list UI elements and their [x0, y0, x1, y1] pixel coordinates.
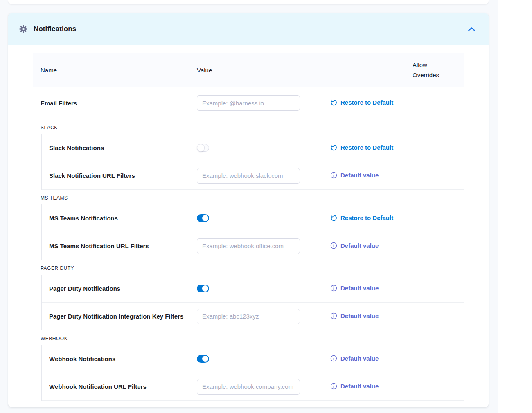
setting-row: Email Filters Restore to Default	[33, 87, 464, 119]
group-label: PAGER DUTY	[33, 260, 464, 275]
setting-value-cell	[197, 379, 330, 395]
page: Notifications Name Value Allow Overrides…	[0, 0, 532, 413]
group-rows: MS Teams Notifications Restore to Defaul…	[41, 204, 464, 260]
setting-name: Pager Duty Notifications	[42, 285, 197, 292]
setting-name: Email Filters	[33, 100, 197, 107]
action-label: Default value	[340, 355, 379, 362]
group-rows: Slack Notifications Restore to Default	[41, 134, 464, 190]
setting-action-cell: Default value	[330, 383, 413, 391]
restore-to-default-link[interactable]: Restore to Default	[330, 214, 393, 221]
settings-group: Email Filters Restore to Default	[33, 87, 464, 119]
setting-row: Webhook Notifications Default value	[42, 345, 464, 373]
setting-name: Pager Duty Notification Integration Key …	[42, 313, 197, 320]
chevron-up-icon	[468, 27, 476, 31]
value-input[interactable]	[197, 95, 300, 111]
setting-toggle[interactable]	[197, 214, 209, 222]
column-header-allow-overrides: Allow Overrides	[413, 60, 449, 80]
previous-section-card-edge	[8, 0, 489, 4]
setting-row: MS Teams Notification URL Filters Defaul…	[42, 232, 464, 260]
action-label: Default value	[340, 312, 379, 319]
group-label: SLACK	[33, 119, 464, 134]
setting-row: Slack Notification URL Filters Default v…	[42, 162, 464, 190]
column-header-name: Name	[33, 67, 197, 74]
info-icon	[330, 383, 337, 390]
settings-group: WEBHOOK Webhook Notifications Default va…	[33, 330, 464, 401]
action-label: Default value	[340, 383, 379, 390]
group-rows: Email Filters Restore to Default	[33, 87, 464, 119]
settings-group: SLACK Slack Notifications Restore to Def…	[33, 119, 464, 190]
group-label: WEBHOOK	[33, 330, 464, 345]
setting-toggle[interactable]	[197, 285, 209, 292]
setting-action-cell: Restore to Default	[330, 214, 413, 222]
setting-row: MS Teams Notifications Restore to Defaul…	[42, 204, 464, 232]
setting-row: Pager Duty Notifications Default value	[42, 275, 464, 303]
setting-name: MS Teams Notification URL Filters	[42, 242, 197, 249]
setting-action-cell: Default value	[330, 172, 413, 180]
group-rows: Webhook Notifications Default value	[41, 345, 464, 401]
setting-value-cell	[197, 285, 330, 292]
value-input[interactable]	[197, 309, 300, 324]
restore-icon	[330, 99, 337, 106]
action-label: Default value	[340, 285, 379, 292]
info-icon	[330, 312, 337, 319]
setting-row: Pager Duty Notification Integration Key …	[42, 303, 464, 330]
value-input[interactable]	[197, 168, 300, 184]
setting-toggle[interactable]	[197, 355, 209, 363]
setting-name: MS Teams Notifications	[42, 215, 197, 222]
setting-name: Webhook Notifications	[42, 355, 197, 362]
default-value-link[interactable]: Default value	[330, 312, 379, 319]
setting-action-cell: Restore to Default	[330, 99, 413, 107]
info-icon	[330, 242, 337, 249]
group-rows: Pager Duty Notifications Default value	[41, 275, 464, 330]
toggle-knob	[202, 356, 208, 362]
setting-action-cell: Default value	[330, 355, 413, 363]
toggle-knob	[197, 144, 205, 152]
setting-action-cell: Default value	[330, 242, 413, 250]
action-label: Restore to Default	[340, 99, 393, 106]
setting-value-cell	[197, 168, 330, 184]
setting-action-cell: Restore to Default	[330, 144, 413, 152]
setting-row: Slack Notifications Restore to Default	[42, 134, 464, 162]
gear-icon	[19, 25, 28, 34]
column-header-value: Value	[197, 67, 330, 74]
info-icon	[330, 172, 337, 179]
setting-action-cell: Default value	[330, 285, 413, 293]
action-label: Default value	[340, 242, 379, 249]
setting-name: Slack Notification URL Filters	[42, 172, 197, 179]
restore-to-default-link[interactable]: Restore to Default	[330, 99, 393, 106]
setting-value-cell	[197, 144, 330, 152]
setting-value-cell	[197, 355, 330, 363]
settings-group: PAGER DUTY Pager Duty Notifications Defa…	[33, 260, 464, 330]
setting-name: Slack Notifications	[42, 144, 197, 151]
settings-table-header: Name Value Allow Overrides	[33, 53, 464, 87]
toggle-knob	[202, 215, 208, 221]
default-value-link[interactable]: Default value	[330, 355, 379, 362]
notifications-panel-header[interactable]: Notifications	[8, 13, 489, 45]
settings-table: Name Value Allow Overrides Email Filters	[8, 45, 489, 407]
default-value-link[interactable]: Default value	[330, 242, 379, 249]
setting-name: Webhook Notification URL Filters	[42, 383, 197, 390]
settings-content-column: Notifications Name Value Allow Overrides…	[0, 0, 498, 413]
action-label: Restore to Default	[340, 214, 393, 221]
restore-icon	[330, 214, 337, 221]
setting-value-cell	[197, 238, 330, 254]
default-value-link[interactable]: Default value	[330, 383, 379, 390]
value-input[interactable]	[197, 238, 300, 254]
collapse-panel-button[interactable]	[466, 25, 477, 33]
setting-toggle[interactable]	[197, 144, 209, 152]
setting-value-cell	[197, 214, 330, 222]
setting-value-cell	[197, 309, 330, 324]
settings-group: MS TEAMS MS Teams Notifications Restore …	[33, 190, 464, 260]
value-input[interactable]	[197, 379, 300, 395]
default-value-link[interactable]: Default value	[330, 172, 379, 179]
setting-action-cell: Default value	[330, 312, 413, 321]
restore-to-default-link[interactable]: Restore to Default	[330, 144, 393, 151]
action-label: Restore to Default	[340, 144, 393, 151]
action-label: Default value	[340, 172, 379, 179]
default-value-link[interactable]: Default value	[330, 285, 379, 292]
restore-icon	[330, 144, 337, 151]
setting-value-cell	[197, 95, 330, 111]
group-label: MS TEAMS	[33, 190, 464, 204]
right-gutter	[498, 0, 532, 413]
info-icon	[330, 355, 337, 362]
